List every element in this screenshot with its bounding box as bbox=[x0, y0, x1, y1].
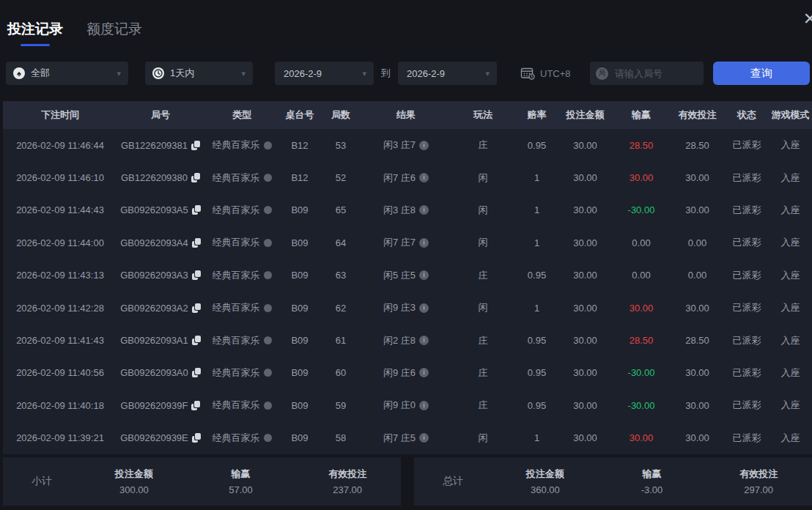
cell-odds: 0.95 bbox=[516, 140, 558, 151]
cell-time: 2026-02-09 11:44:43 bbox=[3, 204, 117, 215]
info-icon[interactable]: i bbox=[419, 238, 429, 248]
cell-table_no: B09 bbox=[280, 400, 320, 411]
cell-round_id: GB092620939F bbox=[117, 400, 204, 411]
cell-odds: 1 bbox=[516, 204, 558, 215]
copy-icon[interactable] bbox=[192, 433, 201, 443]
cell-win: -30.00 bbox=[613, 367, 670, 378]
column-header: 局号 bbox=[117, 108, 204, 122]
column-header: 状态 bbox=[725, 108, 769, 122]
info-icon[interactable]: i bbox=[419, 303, 429, 313]
tab-quota-records[interactable]: 额度记录 bbox=[86, 20, 142, 39]
game-type-dot-icon bbox=[264, 402, 272, 410]
copy-icon[interactable] bbox=[191, 173, 200, 182]
cell-time: 2026-02-09 11:46:44 bbox=[3, 140, 117, 151]
records-table: 下注时间局号类型桌台号局数结果玩法赔率投注金额输赢有效投注状态游戏模式 2026… bbox=[3, 101, 812, 454]
cell-type: 经典百家乐 bbox=[204, 138, 280, 152]
cell-table_no: B12 bbox=[280, 172, 320, 183]
copy-icon[interactable] bbox=[191, 141, 200, 150]
cell-bet: 30.00 bbox=[558, 172, 613, 183]
cell-valid: 30.00 bbox=[670, 204, 725, 215]
column-header: 结果 bbox=[362, 108, 450, 122]
cell-result: 闲9 庄0i bbox=[362, 399, 450, 412]
active-tab-underline bbox=[21, 44, 50, 46]
game-type-dot-icon bbox=[264, 174, 272, 182]
cell-time: 2026-02-09 11:44:00 bbox=[3, 237, 117, 248]
cell-round_id: GB1226209380 bbox=[117, 172, 204, 183]
cell-status: 已派彩 bbox=[725, 334, 769, 347]
cell-round_id: GB09262093A3 bbox=[117, 270, 204, 281]
cell-round_id: GB09262093A5 bbox=[117, 204, 204, 215]
info-icon[interactable]: i bbox=[419, 141, 429, 150]
column-header: 玩法 bbox=[450, 108, 516, 122]
round-search-input[interactable] bbox=[613, 67, 697, 80]
cell-bet: 30.00 bbox=[558, 335, 613, 346]
cell-round_no: 59 bbox=[320, 400, 362, 411]
total-win: 输赢 -3.00 bbox=[599, 468, 706, 495]
summary-bar: 小计 投注金额 300.00 输赢 57.00 有效投注 237.00 总计 投… bbox=[3, 457, 812, 506]
game-type-dot-icon bbox=[264, 369, 272, 377]
cell-play: 庄 bbox=[450, 269, 516, 282]
cell-round_id: GB09262093A4 bbox=[117, 237, 204, 248]
cell-play: 闲 bbox=[450, 236, 516, 249]
info-icon[interactable]: i bbox=[419, 173, 429, 182]
info-icon[interactable]: i bbox=[419, 270, 429, 280]
date-from-select[interactable]: 2026-2-9 ▾ bbox=[275, 62, 374, 85]
cell-odds: 0.95 bbox=[516, 270, 558, 281]
cell-time: 2026-02-09 11:43:13 bbox=[3, 270, 117, 281]
column-header: 局数 bbox=[320, 108, 362, 122]
date-to-select[interactable]: 2026-2-9 ▾ bbox=[398, 62, 497, 85]
cell-round_no: 60 bbox=[320, 367, 362, 378]
cell-bet: 30.00 bbox=[558, 237, 613, 248]
calendar-clock-icon[interactable] bbox=[520, 67, 535, 80]
close-icon[interactable]: × bbox=[803, 7, 812, 29]
cell-bet: 30.00 bbox=[558, 367, 613, 378]
cell-type: 经典百家乐 bbox=[204, 204, 280, 217]
info-icon[interactable]: i bbox=[419, 336, 429, 345]
cell-play: 闲 bbox=[450, 301, 516, 314]
chevron-down-icon: ▾ bbox=[485, 69, 490, 78]
table-row: 2026-02-09 11:44:00GB09262093A4经典百家乐B096… bbox=[3, 226, 812, 259]
game-type-dot-icon bbox=[264, 271, 272, 279]
cell-play: 庄 bbox=[450, 366, 516, 380]
spade-icon: ♠ bbox=[13, 67, 25, 79]
cell-mode: 入座 bbox=[769, 204, 812, 217]
subtotal-box: 小计 投注金额 300.00 输赢 57.00 有效投注 237.00 bbox=[3, 457, 401, 506]
cell-status: 已派彩 bbox=[725, 301, 769, 314]
cell-valid: 30.00 bbox=[670, 367, 725, 378]
copy-icon[interactable] bbox=[192, 336, 201, 345]
cell-status: 已派彩 bbox=[725, 171, 769, 185]
copy-icon[interactable] bbox=[192, 238, 201, 248]
cell-table_no: B09 bbox=[280, 270, 320, 281]
info-icon[interactable]: i bbox=[419, 433, 429, 443]
time-range-select[interactable]: 1天内 ▾ bbox=[145, 62, 253, 85]
cell-type: 经典百家乐 bbox=[204, 171, 280, 185]
cell-play: 闲 bbox=[450, 432, 516, 445]
info-icon[interactable]: i bbox=[419, 368, 429, 377]
total-label: 总计 bbox=[414, 475, 492, 488]
cell-win: 0.00 bbox=[613, 237, 670, 248]
date-from-value: 2026-2-9 bbox=[284, 68, 322, 79]
cell-round_id: GB092620939E bbox=[117, 432, 204, 443]
filter-bar: ♠ 全部 ▾ 1天内 ▾ 2026-2-9 ▾ 到 2026-2-9 ▾ bbox=[0, 62, 812, 85]
column-header: 投注金额 bbox=[558, 108, 613, 122]
cell-table_no: B09 bbox=[280, 367, 320, 378]
copy-icon[interactable] bbox=[192, 303, 201, 313]
cell-valid: 0.00 bbox=[670, 270, 725, 281]
copy-icon[interactable] bbox=[192, 270, 201, 280]
cell-valid: 30.00 bbox=[670, 172, 725, 183]
query-button[interactable]: 查询 bbox=[713, 62, 810, 85]
copy-icon[interactable] bbox=[192, 205, 201, 215]
category-select[interactable]: ♠ 全部 ▾ bbox=[6, 62, 128, 85]
copy-icon[interactable] bbox=[191, 401, 200, 410]
tab-betting-records-label: 投注记录 bbox=[7, 21, 63, 37]
cell-result: 闲3 庄7i bbox=[362, 138, 450, 152]
game-type-dot-icon bbox=[264, 434, 272, 442]
category-select-value: 全部 bbox=[31, 67, 50, 80]
tab-betting-records[interactable]: 投注记录 bbox=[7, 20, 63, 46]
cell-round_no: 61 bbox=[320, 335, 362, 346]
info-icon[interactable]: i bbox=[419, 205, 429, 215]
info-icon[interactable]: i bbox=[419, 401, 429, 410]
copy-icon[interactable] bbox=[192, 368, 201, 377]
subtotal-bet: 投注金额 300.00 bbox=[81, 468, 188, 495]
column-header: 输赢 bbox=[613, 108, 670, 122]
